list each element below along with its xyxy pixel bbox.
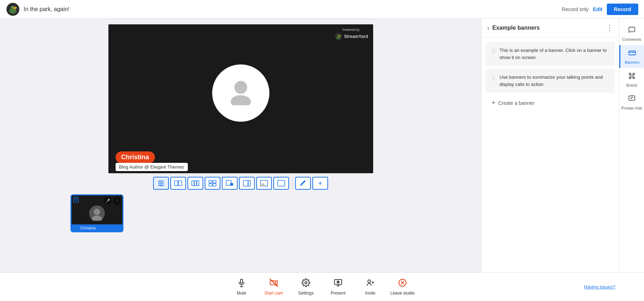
stream-canvas: Powered by StreamYard (108, 24, 373, 173)
present-label: Present (331, 291, 345, 296)
layout-three-button[interactable] (187, 177, 203, 190)
brand-label: Brand (626, 83, 637, 87)
record-only-label: Record only (562, 6, 589, 12)
svg-point-50 (305, 282, 307, 284)
logo-icon (6, 2, 20, 16)
layout-pip-button[interactable] (222, 177, 238, 190)
svg-point-41 (633, 77, 635, 79)
svg-rect-21 (209, 184, 212, 186)
settings-button[interactable]: Settings (290, 275, 322, 300)
sidebar-tab-private-chat[interactable]: Private chat (619, 91, 644, 114)
layout-blank-button[interactable] (273, 177, 289, 190)
sidebar-tab-comments[interactable]: Comments (619, 22, 644, 45)
svg-point-37 (630, 74, 633, 77)
participant-avatar (89, 205, 105, 221)
svg-rect-15 (179, 181, 182, 186)
create-banner-button[interactable]: + Create a banner (486, 96, 615, 110)
left-area: Powered by StreamYard (0, 19, 481, 272)
app-title: In the park, again! (24, 6, 69, 13)
drag-handle-icon-2: ⠿ (492, 74, 496, 83)
layout-single-button[interactable] (153, 177, 169, 190)
layout-selector: + (153, 177, 328, 190)
settings-label: Settings (298, 291, 313, 296)
present-button[interactable]: Present (322, 275, 354, 300)
svg-point-32 (94, 209, 100, 215)
layout-two-button[interactable] (170, 177, 186, 190)
panel-title: Example banners (492, 25, 603, 31)
role-badge: Blog Author @ Elegant Themes (116, 163, 188, 171)
layout-divider (292, 177, 292, 190)
invite-button[interactable]: Invite (354, 275, 386, 300)
banner-item-2[interactable]: ⠿ Use banners to summarize your talking … (486, 69, 615, 93)
avatar-circle (212, 64, 269, 122)
svg-point-13 (160, 182, 162, 184)
layout-sidebyside-button[interactable] (239, 177, 255, 190)
svg-rect-45 (240, 279, 243, 283)
private-chat-icon (628, 95, 636, 105)
layout-lowerthird-button[interactable] (256, 177, 272, 190)
top-bar-left: In the park, again! (6, 2, 69, 16)
powered-by: Powered by StreamYard (334, 28, 368, 41)
participant-action-icons: 🎤 ⋮ (104, 197, 121, 205)
svg-point-40 (629, 77, 631, 79)
participant-more-button[interactable]: ⋮ (113, 197, 121, 205)
svg-point-31 (75, 198, 77, 200)
banner-item-1[interactable]: ⠿ This is an example of a banner. Click … (486, 42, 615, 66)
panel-back-button[interactable]: ‹ (487, 24, 489, 32)
panel-header: ‹ Example banners ⋮ (482, 19, 619, 38)
svg-rect-42 (629, 96, 635, 100)
startcam-button[interactable]: Start cam (258, 275, 290, 300)
layout-edit-button[interactable] (295, 177, 311, 190)
svg-point-54 (368, 280, 371, 283)
main-content: Powered by StreamYard (0, 19, 644, 272)
sidebar-tab-brand[interactable]: Brand (619, 68, 644, 91)
svg-point-5 (12, 7, 13, 8)
edit-button[interactable]: Edit (593, 6, 602, 12)
having-issues-link[interactable]: Having issues? (584, 284, 615, 290)
banner-text-1: This is an example of a banner. Click on… (499, 47, 609, 61)
participant-name-bar: 👤 Christina (72, 224, 122, 231)
mute-label: Mute (237, 291, 247, 296)
svg-rect-29 (278, 180, 285, 186)
private-chat-label: Private chat (621, 106, 642, 110)
record-button[interactable]: Record (607, 4, 638, 15)
streamyard-logo: StreamYard (334, 32, 368, 41)
mute-icon (237, 278, 246, 289)
svg-rect-22 (213, 184, 216, 186)
banners-label: Banners (625, 60, 640, 64)
svg-rect-18 (197, 181, 199, 186)
svg-rect-26 (248, 180, 250, 186)
svg-point-10 (234, 81, 247, 94)
participant-card[interactable]: 🎤 ⋮ 👤 Christina (72, 195, 122, 231)
create-banner-plus-icon: + (492, 99, 496, 107)
banner-text-2: Use banners to summarize your talking po… (499, 74, 609, 88)
invite-icon (366, 278, 375, 289)
bottom-bar: Mute Start cam Settings (0, 272, 644, 301)
svg-point-33 (92, 215, 102, 220)
sidebar-tab-banners[interactable]: Banners (619, 45, 644, 68)
leave-icon (398, 278, 407, 289)
leave-button[interactable]: Leave studio (386, 275, 419, 300)
streamyard-brand: StreamYard (344, 34, 368, 39)
startcam-label: Start cam (264, 291, 283, 296)
top-bar-right: Record only Edit Record (562, 4, 638, 15)
far-right-sidebar: Comments Banners Brand (619, 19, 644, 272)
name-badge: Christina (116, 151, 155, 163)
streamyard-duck-icon (334, 32, 343, 41)
svg-rect-35 (629, 51, 635, 55)
powered-by-text: Powered by (334, 28, 368, 31)
svg-rect-16 (192, 181, 194, 186)
layout-four-button[interactable] (205, 177, 220, 190)
layout-add-button[interactable]: + (312, 177, 328, 190)
svg-rect-14 (175, 181, 178, 186)
svg-rect-34 (629, 27, 635, 31)
svg-rect-24 (230, 183, 233, 185)
present-icon (334, 278, 342, 289)
svg-rect-19 (209, 180, 212, 183)
participant-mic-button[interactable]: 🎤 (104, 197, 112, 205)
leave-label: Leave studio (390, 291, 415, 296)
mute-button[interactable]: Mute (225, 275, 258, 300)
avatar-icon (226, 77, 255, 110)
svg-point-38 (629, 73, 631, 75)
panel-more-button[interactable]: ⋮ (606, 24, 613, 32)
